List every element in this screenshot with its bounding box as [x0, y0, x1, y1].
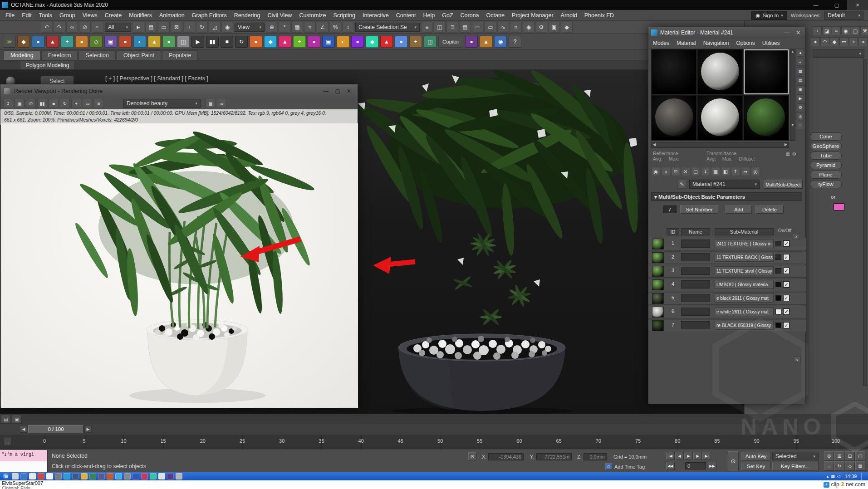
selection-filter-dropdown[interactable]: All ▾	[105, 23, 131, 32]
edit-named-selection-sets-icon[interactable]: ≡	[421, 22, 433, 33]
sub-material-button[interactable]: 11 TEXTURE BACK ( Gloss	[715, 253, 774, 262]
ribbon-toggle-icon[interactable]: ▭	[485, 22, 496, 33]
taskbar-app-icon[interactable]	[72, 473, 79, 479]
select-and-scale-icon[interactable]: ◿	[209, 22, 221, 33]
material-editor-titlebar[interactable]: Material Editor - Material #241 — ✕	[648, 27, 805, 38]
sub-material-name-field[interactable]	[681, 267, 710, 275]
close-icon[interactable]: ✕	[796, 29, 800, 36]
bind-to-spacewarp-icon[interactable]: ≈	[92, 22, 103, 33]
taskbar-app-icon[interactable]	[176, 473, 182, 479]
menu-views[interactable]: Views	[79, 11, 101, 20]
sub-material-button[interactable]: e white 2611 ( Glossy mat	[715, 307, 774, 316]
eyedropper-icon[interactable]: ✎	[677, 180, 687, 189]
sub-material-color-swatch[interactable]	[775, 282, 781, 287]
clone-icon[interactable]: ▣	[15, 99, 25, 108]
menu-graph-editors[interactable]: Graph Editors	[188, 11, 230, 20]
plugin-icon[interactable]: ◇	[90, 36, 103, 48]
material-sample-slot[interactable]	[697, 95, 742, 140]
taskbar-app-icon[interactable]	[167, 473, 174, 479]
add-time-tag[interactable]: Add Time Tag	[614, 464, 645, 469]
plugin-icon[interactable]: +	[293, 36, 306, 48]
sub-material-onoff-checkbox[interactable]: ✓	[783, 322, 790, 328]
listener-script-line[interactable]	[0, 461, 47, 473]
ribbon-tab-object-paint[interactable]: Object Paint	[117, 50, 161, 60]
slots-scrollbar[interactable]: ▲▼	[790, 49, 795, 141]
lights-category-icon[interactable]: ◆	[830, 37, 839, 46]
menu-create[interactable]: Create	[101, 11, 126, 20]
snap-toggle-icon[interactable]: ⌗	[304, 22, 316, 33]
spinner-snap-icon[interactable]: ↕	[342, 22, 354, 33]
copitor-button[interactable]: Copitor	[438, 36, 463, 48]
sub-material-thumbnail[interactable]	[652, 279, 664, 290]
scroll-left-icon[interactable]: ◀	[652, 142, 657, 147]
next-key-icon[interactable]: ▶▶	[708, 462, 716, 470]
menu-modifiers[interactable]: Modifiers	[125, 11, 156, 20]
plugin-icon[interactable]: ●	[250, 36, 262, 48]
plugin-icon[interactable]: ▲	[380, 36, 393, 48]
sub-material-color-swatch[interactable]	[775, 295, 781, 301]
taskbar-app-icon[interactable]	[158, 473, 165, 479]
menu-customize[interactable]: Customize	[295, 11, 329, 20]
taskbar-app-icon[interactable]	[38, 473, 44, 479]
plugin-icon[interactable]: ▣	[104, 36, 117, 48]
select-and-manipulate-icon[interactable]: *	[279, 22, 290, 33]
taskbar-app-icon[interactable]	[29, 473, 36, 479]
field-of-view-icon[interactable]: ◇	[845, 461, 855, 471]
sub-material-name-field[interactable]	[681, 308, 710, 316]
taskbar-app-icon[interactable]	[150, 473, 157, 479]
show-end-result-icon[interactable]: ◧	[721, 167, 730, 176]
rollout-scroll-up-icon[interactable]: ∧	[793, 234, 800, 240]
zoom-all-icon[interactable]: ⊞	[834, 451, 844, 461]
menu-animation[interactable]: Animation	[156, 11, 188, 20]
maximize-button[interactable]: ▢	[826, 0, 847, 10]
menu-rendering[interactable]: Rendering	[230, 11, 264, 20]
modify-tab-icon[interactable]: ◪	[822, 26, 831, 35]
unlink-selection-icon[interactable]: ⊘	[79, 22, 91, 33]
slots-horizontal-scrollbar[interactable]: ◀▶	[651, 142, 789, 148]
plugin-icon[interactable]: ●	[395, 36, 407, 48]
sub-material-color-swatch[interactable]	[775, 241, 781, 246]
pan-icon[interactable]: ↔	[824, 461, 834, 471]
sub-material-thumbnail[interactable]	[652, 239, 664, 249]
plugin-icon[interactable]: ◫	[424, 36, 436, 48]
render-window-titlebar[interactable]: Render Viewport - Rendering Done — ▢ ✕	[0, 84, 358, 98]
taskbar-app-icon[interactable]	[124, 473, 131, 479]
put-to-library-icon[interactable]: ↧	[701, 167, 710, 176]
layer-manager-icon[interactable]: ≔	[472, 22, 484, 33]
hierarchy-tab-icon[interactable]: ⌗	[832, 26, 841, 35]
stop-icon[interactable]: ■	[221, 36, 233, 48]
taskbar-app-icon[interactable]	[107, 473, 113, 479]
taskbar-app-icon[interactable]	[64, 473, 70, 479]
create-type-tyflow-button[interactable]: tyFlow	[810, 180, 842, 188]
help-icon[interactable]: ?	[509, 36, 521, 48]
repeat-icon[interactable]: ↻	[235, 36, 248, 48]
delete-button[interactable]: Delete	[755, 205, 784, 214]
sub-material-color-swatch[interactable]	[775, 309, 781, 314]
rendered-frame-window-icon[interactable]: ▣	[548, 22, 560, 33]
track-bar[interactable]: ↔ 05101520253035404550556065707580859095…	[0, 435, 868, 450]
key-filters-button[interactable]: Key Filters...	[772, 462, 819, 470]
helpers-category-icon[interactable]: ⌖	[849, 37, 858, 46]
set-number-button[interactable]: Set Number	[680, 205, 718, 214]
sub-material-onoff-checkbox[interactable]: ✓	[783, 281, 790, 288]
select-and-link-icon[interactable]: ∞	[66, 22, 78, 33]
auto-key-button[interactable]: Auto Key	[741, 452, 770, 460]
sub-material-button[interactable]: 11 TEXTURE stvol ( Glossy	[715, 266, 774, 275]
make-unique-icon[interactable]: ▢	[691, 167, 700, 176]
go-to-end-icon[interactable]: ▶|	[702, 452, 711, 460]
plugin-icon[interactable]: ◫	[177, 36, 190, 48]
time-tag-icon[interactable]: ⊙	[605, 463, 612, 470]
menu-tools[interactable]: Tools	[35, 11, 56, 20]
sub-material-thumbnail[interactable]	[652, 293, 664, 304]
me-menu-modes[interactable]: Modes	[653, 40, 669, 46]
material-editor-icon[interactable]: ◉	[523, 22, 535, 33]
time-slider-handle[interactable]: 0 / 100	[28, 425, 83, 433]
sub-material-name-field[interactable]	[681, 280, 710, 289]
select-object-icon[interactable]: ►	[132, 22, 144, 33]
material-sample-slot[interactable]	[697, 49, 742, 94]
align-icon[interactable]: ≣	[446, 22, 458, 33]
y-coordinate-field[interactable]: 7722,551m	[536, 453, 572, 460]
named-selection-set-dropdown[interactable]: Create Selection Se ▾	[355, 23, 420, 32]
mini-curve-icon[interactable]: ▣	[12, 415, 22, 424]
plugin-icon[interactable]: ◆	[17, 36, 30, 48]
